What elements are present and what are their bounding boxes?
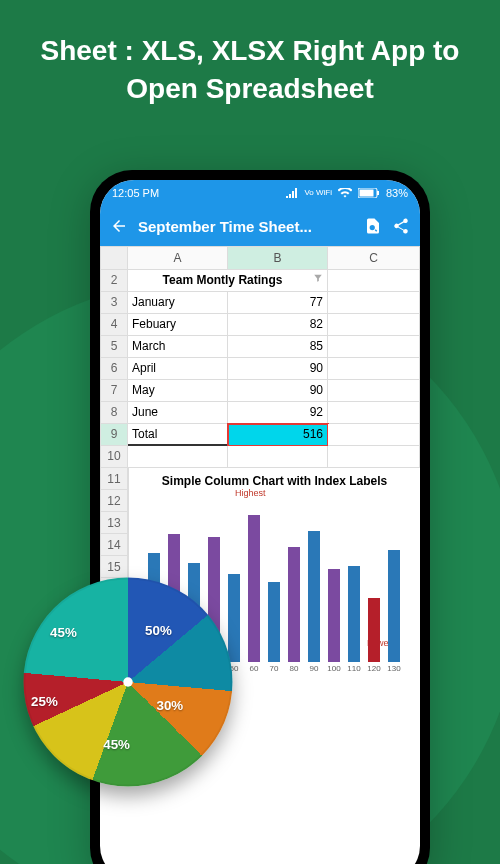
signal-icon: [286, 188, 298, 198]
svg-rect-1: [359, 190, 373, 197]
cell[interactable]: [328, 270, 420, 292]
row-number[interactable]: 14: [100, 534, 128, 556]
table-row: 10: [100, 446, 420, 468]
pie-slice-label: 50%: [145, 623, 172, 638]
chart-bar: [288, 547, 300, 662]
cell[interactable]: April: [128, 358, 228, 380]
document-title: September Time Sheet...: [138, 218, 354, 235]
cell[interactable]: Febuary: [128, 314, 228, 336]
cell[interactable]: Total: [128, 424, 228, 446]
status-net: Vo WiFi: [304, 189, 332, 197]
chart-bar: [308, 531, 320, 662]
status-right: Vo WiFi 83%: [286, 187, 408, 199]
row-number[interactable]: 13: [100, 512, 128, 534]
cell[interactable]: [328, 446, 420, 468]
filter-icon[interactable]: [313, 273, 323, 283]
cell[interactable]: [228, 446, 328, 468]
x-tick: 130: [387, 664, 400, 673]
x-tick: 80: [290, 664, 299, 673]
chart-bar: [348, 566, 360, 662]
cell[interactable]: January: [128, 292, 228, 314]
search-in-page-icon[interactable]: [364, 217, 382, 235]
cell[interactable]: 90: [228, 380, 328, 402]
pie-chart-overlay: 50% 30% 45% 25% 45%: [24, 578, 233, 787]
promo-headline: Sheet : XLS, XLSX Right App to Open Spre…: [0, 0, 500, 128]
cell[interactable]: 92: [228, 402, 328, 424]
chart-bar: [228, 574, 240, 662]
x-tick: 70: [270, 664, 279, 673]
table-row: 4Febuary82: [100, 314, 420, 336]
chart-bar: [248, 515, 260, 662]
x-tick: 90: [310, 664, 319, 673]
chart-bar: [388, 550, 400, 662]
status-battery: 83%: [386, 187, 408, 199]
table-row: 7May90: [100, 380, 420, 402]
cell[interactable]: 90: [228, 358, 328, 380]
row-number[interactable]: 2: [100, 270, 128, 292]
status-time: 12:05 PM: [112, 187, 159, 199]
cell[interactable]: [328, 358, 420, 380]
pie-slice-label: 45%: [103, 737, 130, 752]
row-number[interactable]: 11: [100, 468, 128, 490]
cell[interactable]: June: [128, 402, 228, 424]
cell[interactable]: [328, 424, 420, 446]
cell[interactable]: March: [128, 336, 228, 358]
chart-bar: [268, 582, 280, 662]
cell[interactable]: 77: [228, 292, 328, 314]
back-icon[interactable]: [110, 217, 128, 235]
x-tick: 60: [250, 664, 259, 673]
cell[interactable]: [328, 336, 420, 358]
table-row: 5March85: [100, 336, 420, 358]
battery-icon: [358, 188, 380, 198]
wifi-icon: [338, 188, 352, 198]
cell[interactable]: [328, 402, 420, 424]
cell[interactable]: 82: [228, 314, 328, 336]
chart-title: Simple Column Chart with Index Labels: [133, 472, 416, 488]
cell[interactable]: [328, 380, 420, 402]
table-row: 6April90: [100, 358, 420, 380]
row-number[interactable]: 15: [100, 556, 128, 578]
cell[interactable]: [328, 292, 420, 314]
col-a[interactable]: A: [128, 246, 228, 270]
col-b[interactable]: B: [228, 246, 328, 270]
share-icon[interactable]: [392, 217, 410, 235]
svg-rect-2: [377, 191, 379, 195]
table-row: 3January77: [100, 292, 420, 314]
col-c[interactable]: C: [328, 246, 420, 270]
table-row: 2 Team Montly Ratings: [100, 270, 420, 292]
corner-cell[interactable]: [100, 246, 128, 270]
selected-cell[interactable]: 516: [228, 424, 328, 446]
column-header-row: A B C: [100, 246, 420, 270]
x-tick: 100: [327, 664, 340, 673]
status-bar: 12:05 PM Vo WiFi 83%: [100, 180, 420, 206]
chart-annotation-highest: Highest: [235, 488, 266, 498]
cell[interactable]: [128, 446, 228, 468]
cell[interactable]: May: [128, 380, 228, 402]
pie-slice-label: 30%: [157, 697, 184, 712]
row-number[interactable]: 12: [100, 490, 128, 512]
pie-slice-label: 25%: [31, 693, 58, 708]
pie-slice-label: 45%: [50, 625, 77, 640]
table-header-cell[interactable]: Team Montly Ratings: [128, 270, 328, 292]
cell[interactable]: 85: [228, 336, 328, 358]
chart-bar: [368, 598, 380, 662]
table-row: 8June92: [100, 402, 420, 424]
cell[interactable]: [328, 314, 420, 336]
table-row: 9Total516: [100, 424, 420, 446]
app-titlebar: September Time Sheet...: [100, 206, 420, 246]
x-tick: 120: [367, 664, 380, 673]
x-tick: 110: [347, 664, 360, 673]
chart-bar: [328, 569, 340, 662]
